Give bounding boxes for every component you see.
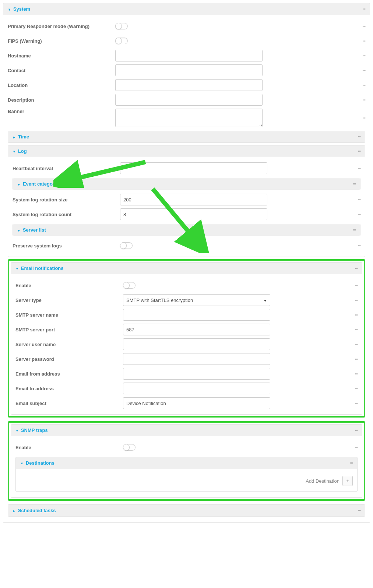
- snmp-enable-label: Enable: [15, 445, 123, 450]
- smtp-name-input[interactable]: [123, 309, 270, 321]
- caret-right-icon: [17, 181, 21, 187]
- server-user-input[interactable]: [123, 338, 270, 350]
- drag-handle-icon[interactable]: •••: [362, 7, 365, 11]
- destinations-title: Destinations: [26, 460, 54, 466]
- scheduled-title: Scheduled tasks: [18, 508, 56, 513]
- heartbeat-input[interactable]: [120, 162, 267, 174]
- snmp-highlight-box: SNMP traps ••• Enable •••: [8, 421, 365, 501]
- email-from-input[interactable]: [123, 368, 270, 380]
- hostname-input[interactable]: [115, 50, 263, 61]
- drag-handle-icon[interactable]: •••: [362, 39, 365, 43]
- banner-textarea[interactable]: [115, 109, 263, 127]
- contact-input[interactable]: [115, 64, 263, 76]
- drag-handle-icon[interactable]: •••: [355, 328, 358, 332]
- drag-handle-icon[interactable]: •••: [355, 313, 358, 317]
- drag-handle-icon[interactable]: •••: [353, 228, 356, 232]
- rotation-count-label: System log rotation count: [13, 212, 120, 217]
- description-label: Description: [8, 97, 115, 103]
- drag-handle-icon[interactable]: •••: [355, 387, 358, 391]
- fips-label: FIPS (Warning): [8, 38, 115, 44]
- event-categories-panel: Event categories •••: [13, 178, 360, 190]
- drag-handle-icon[interactable]: •••: [355, 266, 358, 270]
- server-pass-input[interactable]: [123, 353, 270, 365]
- drag-handle-icon[interactable]: •••: [362, 98, 365, 102]
- drag-handle-icon[interactable]: •••: [355, 446, 358, 450]
- time-panel-header[interactable]: Time •••: [8, 131, 365, 142]
- drag-handle-icon[interactable]: •••: [358, 508, 360, 513]
- system-panel-body: Primary Responder mode (Warning) ••• FIP…: [3, 15, 370, 522]
- smtp-name-label: SMTP server name: [15, 312, 123, 318]
- drag-handle-icon[interactable]: •••: [358, 166, 360, 170]
- drag-handle-icon[interactable]: •••: [353, 182, 356, 186]
- drag-handle-icon[interactable]: •••: [358, 244, 360, 248]
- drag-handle-icon[interactable]: •••: [355, 342, 358, 346]
- scheduled-tasks-header[interactable]: Scheduled tasks •••: [8, 505, 365, 516]
- drag-handle-icon[interactable]: •••: [362, 24, 365, 28]
- snmp-panel-header[interactable]: SNMP traps •••: [11, 425, 362, 436]
- time-panel: Time •••: [8, 131, 365, 143]
- email-subject-input[interactable]: [123, 397, 270, 409]
- email-to-input[interactable]: [123, 383, 270, 394]
- destinations-header[interactable]: Destinations •••: [15, 457, 358, 469]
- drag-handle-icon[interactable]: •••: [358, 212, 360, 216]
- rotation-count-input[interactable]: [120, 208, 267, 220]
- drag-handle-icon[interactable]: •••: [362, 83, 365, 87]
- description-input[interactable]: [115, 94, 263, 106]
- server-list-title: Server list: [23, 227, 46, 233]
- preserve-logs-label: Preserve system logs: [13, 243, 120, 249]
- log-title: Log: [18, 148, 27, 154]
- system-panel-header[interactable]: System •••: [3, 3, 370, 15]
- email-highlight-box: Email notifications ••• Enable ••• Serve…: [8, 259, 365, 418]
- drag-handle-icon[interactable]: •••: [362, 68, 365, 73]
- server-list-header[interactable]: Server list •••: [13, 224, 360, 236]
- email-panel-header[interactable]: Email notifications •••: [11, 263, 362, 274]
- server-type-label: Server type: [15, 297, 123, 303]
- drag-handle-icon[interactable]: •••: [355, 401, 358, 405]
- drag-handle-icon[interactable]: •••: [358, 198, 360, 202]
- smtp-port-label: SMTP server port: [15, 327, 123, 332]
- drag-handle-icon[interactable]: •••: [358, 135, 360, 139]
- drag-handle-icon[interactable]: •••: [362, 116, 365, 120]
- primary-responder-label: Primary Responder mode (Warning): [8, 24, 115, 29]
- time-title: Time: [18, 134, 29, 140]
- location-input[interactable]: [115, 79, 263, 91]
- contact-label: Contact: [8, 68, 115, 73]
- drag-handle-icon[interactable]: •••: [355, 357, 358, 361]
- caret-right-icon: [13, 134, 16, 140]
- caret-right-icon: [17, 227, 21, 233]
- location-label: Location: [8, 82, 115, 88]
- rotation-size-input[interactable]: [120, 194, 267, 205]
- drag-handle-icon[interactable]: •••: [358, 149, 360, 153]
- drag-handle-icon[interactable]: •••: [355, 372, 358, 376]
- log-panel-body: Heartbeat interval ••• Event categories …: [8, 157, 365, 257]
- add-destination-label: Add Destination: [306, 478, 339, 484]
- server-type-select[interactable]: SMTP with StartTLS encryption: [123, 294, 270, 306]
- email-to-label: Email to address: [15, 386, 123, 391]
- snmp-enable-toggle[interactable]: [123, 444, 136, 451]
- email-title: Email notifications: [21, 265, 64, 271]
- drag-handle-icon[interactable]: •••: [362, 54, 365, 58]
- event-categories-title: Event categories: [23, 181, 61, 187]
- snmp-panel: SNMP traps ••• Enable •••: [11, 424, 362, 498]
- scheduled-tasks-panel: Scheduled tasks •••: [8, 504, 365, 517]
- event-categories-header[interactable]: Event categories •••: [13, 178, 360, 190]
- log-panel-header[interactable]: Log •••: [8, 145, 365, 157]
- email-enable-toggle[interactable]: [123, 282, 136, 289]
- add-destination-button[interactable]: ＋: [342, 476, 353, 486]
- caret-down-icon: [15, 265, 19, 271]
- drag-handle-icon[interactable]: •••: [355, 284, 358, 288]
- drag-handle-icon[interactable]: •••: [350, 461, 353, 465]
- server-user-label: Server user name: [15, 342, 123, 347]
- drag-handle-icon[interactable]: •••: [355, 428, 358, 432]
- destinations-body: Add Destination ＋: [15, 469, 358, 492]
- preserve-logs-toggle[interactable]: [120, 242, 133, 249]
- primary-responder-toggle[interactable]: [115, 23, 128, 29]
- snmp-panel-body: Enable ••• Destinations •••: [11, 436, 362, 497]
- chevron-down-icon: [264, 297, 266, 303]
- server-type-value: SMTP with StartTLS encryption: [126, 297, 193, 303]
- email-panel: Email notifications ••• Enable ••• Serve…: [11, 262, 362, 415]
- fips-toggle[interactable]: [115, 38, 128, 44]
- smtp-port-input[interactable]: [123, 324, 270, 335]
- drag-handle-icon[interactable]: •••: [355, 298, 358, 302]
- email-from-label: Email from address: [15, 371, 123, 377]
